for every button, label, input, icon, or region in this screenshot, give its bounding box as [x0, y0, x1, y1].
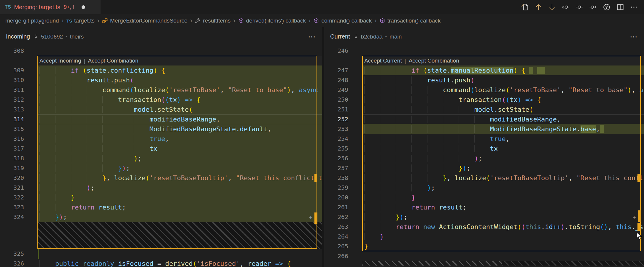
line-number: 260 [324, 193, 362, 202]
code-line[interactable]: 319 }); [0, 163, 322, 173]
code-line[interactable]: 318 ); [0, 154, 322, 163]
breadcrumb-label: resultItems [203, 17, 230, 24]
commit-hash: b2cbdaa [361, 33, 383, 40]
code-line[interactable]: 248 result.push( [324, 75, 644, 85]
breadcrumb-item[interactable]: resultItems [195, 17, 230, 24]
code-text: }, localize('resetToBaseTooltip', "Reset… [362, 173, 644, 183]
code-line[interactable]: 256 ); [324, 154, 644, 163]
gutter [324, 261, 362, 266]
more-actions-icon[interactable]: ⋯ [630, 34, 638, 40]
breadcrumb-label: target.ts [74, 17, 95, 24]
gutter [0, 222, 37, 249]
code-line[interactable]: 258 }, localize('resetToBaseTooltip', "R… [324, 173, 644, 183]
line-number: 257 [324, 163, 362, 173]
line-number: 266 [324, 251, 362, 261]
accept-link-accept-combination[interactable]: Accept Combination [409, 56, 459, 65]
current-editor[interactable]: 246Accept Current|Accept Combination247 … [324, 46, 644, 267]
code-line[interactable]: 323 return result; [0, 202, 322, 212]
code-line[interactable]: 249 command(localize('resetToBase', "Res… [324, 85, 644, 95]
breadcrumb-item[interactable]: MergeEditorCommandsSource [102, 17, 187, 24]
code-line[interactable]: 250 transaction((tx) => { [324, 95, 644, 105]
conflict-box-header: Accept Current|Accept Combination [324, 56, 644, 65]
accept-link-accept-incoming[interactable]: Accept Incoming [39, 56, 81, 65]
code-line[interactable]: 262 }); [324, 212, 644, 222]
gutter [324, 56, 362, 65]
pane-separator[interactable] [322, 27, 324, 267]
breadcrumb-item[interactable]: merge-git-playground [5, 17, 59, 24]
code-text: command(localize('resetToBase', "Reset t… [37, 85, 322, 95]
current-line[interactable]: 252 modifiedBaseRange, [324, 114, 644, 124]
arrow-down-icon[interactable] [547, 2, 557, 12]
breadcrumb-item[interactable]: TStarget.ts [66, 17, 95, 24]
accept-link-accept-combination[interactable]: Accept Combination [88, 56, 138, 65]
code-line[interactable]: 263 return new ActionsContentWidget((thi… [324, 222, 644, 232]
chevron-right-icon: › [374, 17, 376, 25]
code-line[interactable]: 266 [324, 251, 644, 261]
dirty-indicator-icon[interactable] [82, 5, 85, 9]
code-text: if (state.manualResolution) { [362, 65, 644, 75]
code-line[interactable]: 251 model.setState( [324, 105, 644, 114]
code-line[interactable]: 321 ); [0, 183, 322, 193]
code-line[interactable]: 315 ModifiedBaseRangeState.default, [0, 124, 322, 134]
code-line[interactable]: 259 ); [324, 183, 644, 193]
code-line[interactable]: 325 [0, 249, 322, 259]
code-text: }); [362, 212, 644, 222]
arrow-up-icon[interactable] [534, 2, 543, 12]
split-editor-icon[interactable] [616, 2, 625, 12]
breadcrumb-label: MergeEditorCommandsSource [110, 17, 187, 24]
current-pane-header: Current b2cbdaa • main ⋯ [324, 27, 644, 46]
breadcrumb-label: merge-git-playground [5, 17, 59, 24]
code-text [362, 251, 644, 261]
source-control-circle-icon[interactable] [602, 2, 611, 12]
code-line[interactable]: 265} [324, 242, 644, 251]
commit-icon[interactable] [575, 2, 584, 12]
commit-hash: 5100692 [41, 33, 63, 40]
code-line[interactable]: 253 ModifiedBaseRangeState.base, [324, 124, 644, 134]
code-line[interactable]: 247 if (state.manualResolution) { [324, 65, 644, 75]
code-line[interactable]: 260 } [324, 193, 644, 202]
line-number: 323 [0, 202, 37, 212]
open-file-icon[interactable] [520, 2, 529, 12]
accept-link-accept-current[interactable]: Accept Current [364, 56, 402, 65]
line-number: 259 [324, 183, 362, 193]
code-line[interactable]: 326 public readonly isFocused = derived(… [0, 259, 322, 267]
code-line[interactable]: 264 } [324, 232, 644, 242]
conflict-box-header-body: Accept Current|Accept Combination [362, 56, 644, 65]
code-text: return new ActionsContentWidget((this.id… [362, 222, 644, 232]
conflict-box-header: Accept Incoming|Accept Combination [0, 56, 322, 65]
commit-arrow-right-icon[interactable] [588, 2, 598, 12]
code-text [37, 46, 322, 56]
breadcrumb-item[interactable]: transaction() callback [379, 17, 441, 24]
editor-tab[interactable]: TS Merging: target.ts 9+, ! [0, 0, 101, 14]
code-text: true, [37, 134, 322, 144]
code-text: true, [362, 134, 644, 144]
code-line[interactable]: 320 }, localize('resetToBaseTooltip', "R… [0, 173, 322, 183]
line-number: 250 [324, 95, 362, 105]
code-line[interactable]: 311 command(localize('resetToBase', "Res… [0, 85, 322, 95]
code-line[interactable]: 310 result.push( [0, 75, 322, 85]
code-line[interactable]: 312 transaction((tx) => { [0, 95, 322, 105]
current-line[interactable]: 314 modifiedBaseRange, [0, 114, 322, 124]
line-number: 325 [0, 249, 37, 259]
code-line[interactable]: 254 true, [324, 134, 644, 144]
line-number: 265 [324, 242, 362, 251]
code-line[interactable]: 309 if (state.conflicting) { [0, 65, 322, 75]
code-line[interactable]: 308 [0, 46, 322, 56]
incoming-editor[interactable]: 308Accept Incoming|Accept Combination309… [0, 46, 322, 267]
code-line[interactable]: 261 return result; [324, 202, 644, 212]
breadcrumb-item[interactable]: command() callback [313, 17, 372, 24]
more-actions-icon[interactable] [629, 2, 639, 12]
breadcrumb-item[interactable]: derived('items') callback [238, 17, 306, 24]
line-number: 248 [324, 75, 362, 85]
symbol-property-icon [195, 18, 201, 24]
code-line[interactable]: 317 tx [0, 144, 322, 154]
code-line[interactable]: 255 tx [324, 144, 644, 154]
code-line[interactable]: 246 [324, 46, 644, 56]
commit-arrow-left-icon[interactable] [561, 2, 570, 12]
code-line[interactable]: 316 true, [0, 134, 322, 144]
code-line[interactable]: 322 } [0, 193, 322, 202]
more-actions-icon[interactable]: ⋯ [308, 34, 316, 40]
code-line[interactable]: 257 }); [324, 163, 644, 173]
code-line[interactable]: 313 model.setState( [0, 105, 322, 114]
code-line[interactable]: 324 }); [0, 212, 322, 222]
